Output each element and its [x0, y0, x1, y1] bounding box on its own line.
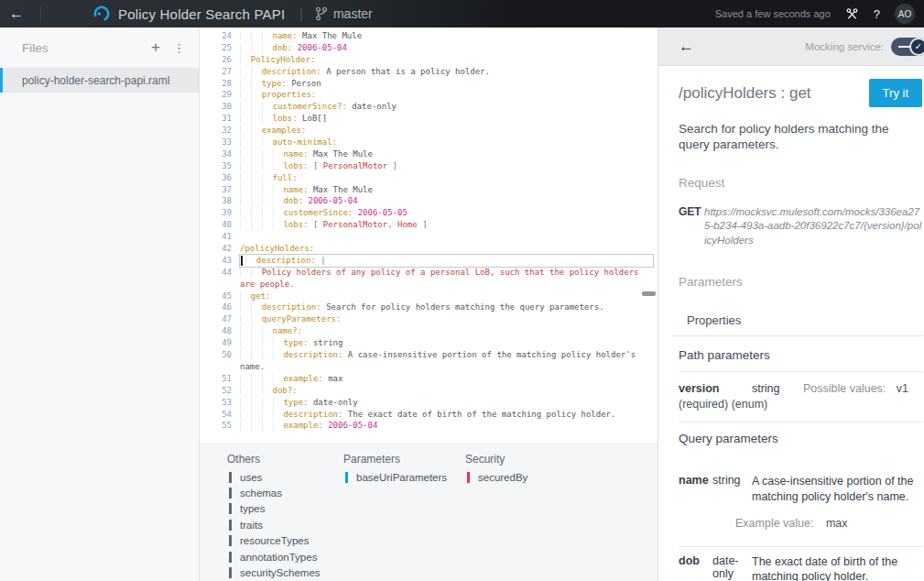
line-number: 32: [200, 125, 240, 137]
param-name: version: [679, 382, 719, 395]
line-number: 49: [200, 337, 240, 349]
code-line[interactable]: 47 queryParameters:: [200, 313, 658, 325]
shelf-item-schemas[interactable]: schemas: [227, 485, 343, 500]
shelf-item-types[interactable]: types: [227, 501, 343, 517]
line-number: [200, 361, 240, 373]
file-item-selected[interactable]: policy-holder-search-papi.raml: [0, 68, 199, 93]
param-name: name: [679, 474, 701, 504]
code-line[interactable]: 50 description: A case-insensitive porti…: [200, 349, 658, 361]
back-arrow-icon[interactable]: ←: [9, 5, 33, 22]
branch-selector[interactable]: master: [314, 6, 373, 21]
line-number: 45: [200, 290, 240, 302]
divider: [679, 546, 922, 547]
code-line[interactable]: 43 description: |: [200, 255, 658, 267]
param-type: date-only: [712, 554, 746, 581]
shelf-item-annotationTypes[interactable]: annotationTypes: [227, 549, 343, 565]
code-line[interactable]: 36 full:: [200, 172, 658, 184]
code-line[interactable]: 33 auto-minimal:: [200, 137, 658, 148]
code-line[interactable]: 41: [200, 231, 658, 243]
keyboard-shortcuts-icon[interactable]: [845, 7, 859, 21]
code-line[interactable]: 51 example: max: [200, 373, 658, 385]
parameters-heading: Parameters: [679, 275, 922, 289]
code-line[interactable]: 48 name?:: [200, 325, 658, 337]
mock-service-url[interactable]: https://mocksvc.mulesoft.com/mocks/336ea…: [704, 205, 922, 248]
param-example: Example value: max: [735, 517, 922, 530]
mocking-service-toggle[interactable]: ✓: [891, 38, 924, 56]
add-file-icon[interactable]: +: [151, 38, 160, 57]
code-line[interactable]: 54 description: The exact date of birth …: [200, 409, 658, 421]
files-sidebar: Files + ⋮ policy-holder-search-papi.raml: [0, 27, 200, 581]
line-number: 40: [200, 219, 240, 231]
panel-resize-handle[interactable]: [642, 291, 656, 296]
code-line[interactable]: 29 properties:: [200, 89, 658, 101]
code-line[interactable]: 46 description: Search for policy holder…: [200, 301, 658, 313]
code-line[interactable]: 35 lobs: [ PersonalMotor ]: [200, 160, 658, 172]
possible-values: v1: [897, 382, 908, 395]
divider: [40, 6, 41, 21]
param-description: A case-insensitive portion of the matchi…: [752, 474, 921, 504]
line-number: 41: [200, 231, 240, 243]
possible-values-label: Possible values:: [803, 382, 886, 395]
shelf-item-baseUriParameters[interactable]: baseUriParameters: [343, 469, 465, 485]
shelf-groups: OthersusesschemastypestraitsresourceType…: [227, 453, 658, 581]
code-line[interactable]: are people.: [200, 279, 658, 290]
shelf-item-bar: [345, 472, 348, 483]
line-number: 50: [200, 349, 240, 361]
shelf-item-uses[interactable]: uses: [227, 469, 343, 485]
code-line[interactable]: 25 dob: 2006-05-04: [200, 42, 658, 54]
shelf-item-resourceTypes[interactable]: resourceTypes: [227, 533, 343, 549]
code-line[interactable]: 31 lobs: LoB[]: [200, 113, 658, 125]
code-line[interactable]: 26 PolicyHolder:: [200, 54, 658, 66]
mulesoft-logo-icon: [92, 5, 111, 23]
shelf-item-securitySchemes[interactable]: securitySchemes: [227, 565, 343, 580]
code-line[interactable]: 30 customerSince?: date-only: [200, 101, 658, 113]
try-it-button[interactable]: Try it: [869, 79, 922, 107]
code-line[interactable]: 32 examples:: [200, 125, 658, 137]
line-number: 35: [200, 160, 240, 172]
code-line[interactable]: 37 name: Max The Mule: [200, 184, 658, 196]
code-line[interactable]: 27 description: A person that is a polic…: [200, 66, 658, 78]
code-line[interactable]: 39 customerSince: 2006-05-05: [200, 207, 658, 219]
line-number: 37: [200, 184, 240, 196]
code-line[interactable]: 38 dob: 2006-05-04: [200, 195, 658, 207]
code-line[interactable]: 44 Policy holders of any policy of a per…: [200, 267, 658, 279]
code-line[interactable]: 49 type: string: [200, 337, 658, 349]
line-number: 44: [200, 267, 240, 279]
code-line[interactable]: 34 name: Max The Mule: [200, 148, 658, 160]
line-number: 51: [200, 373, 240, 385]
shelf-item-securedBy[interactable]: securedBy: [465, 469, 582, 485]
api-summary-panel: ← Mocking service: ✓ /policyHolders : ge…: [658, 27, 924, 581]
git-branch-icon: [314, 6, 328, 21]
example-label: Example value:: [735, 517, 813, 530]
code-editor[interactable]: 24 name: Max The Mule25 dob: 2006-05-042…: [200, 27, 658, 444]
code-line[interactable]: 40 lobs: [ PersonalMotor, Home ]: [200, 219, 658, 231]
divider: [679, 422, 922, 422]
endpoint-title: /policyHolders : get: [679, 79, 811, 103]
code-lines: 24 name: Max The Mule25 dob: 2006-05-042…: [200, 30, 658, 432]
shelf-item-bar: [229, 520, 232, 531]
param-type: string: [752, 382, 780, 395]
kebab-menu-icon[interactable]: ⋮: [173, 41, 186, 55]
code-line[interactable]: 45 get:: [200, 290, 658, 302]
line-number: 42: [200, 243, 240, 255]
avatar[interactable]: AO: [895, 4, 915, 24]
line-number: 31: [200, 113, 240, 125]
code-line[interactable]: 28 type: Person: [200, 78, 658, 90]
branch-name: master: [333, 6, 373, 21]
summary-header-strip: ← Mocking service: ✓: [658, 27, 924, 66]
line-number: 30: [200, 101, 240, 113]
tab-properties[interactable]: Properties: [687, 313, 922, 335]
panel-back-arrow-icon[interactable]: ←: [679, 38, 694, 56]
code-line[interactable]: 55 example: 2006-05-04: [200, 420, 658, 432]
code-line[interactable]: 24 name: Max The Mule: [200, 30, 658, 42]
code-line[interactable]: 52 dob?:: [200, 385, 658, 397]
code-line[interactable]: 42/policyHolders:: [200, 243, 658, 255]
shelf-item-bar: [229, 488, 232, 499]
shelf-item-traits[interactable]: traits: [227, 517, 343, 532]
code-line[interactable]: 53 type: date-only: [200, 397, 658, 409]
line-number: 27: [200, 66, 240, 78]
help-icon[interactable]: ?: [874, 7, 880, 21]
line-number: [200, 279, 240, 290]
code-line[interactable]: name.: [200, 361, 658, 373]
line-number: 47: [200, 313, 240, 325]
